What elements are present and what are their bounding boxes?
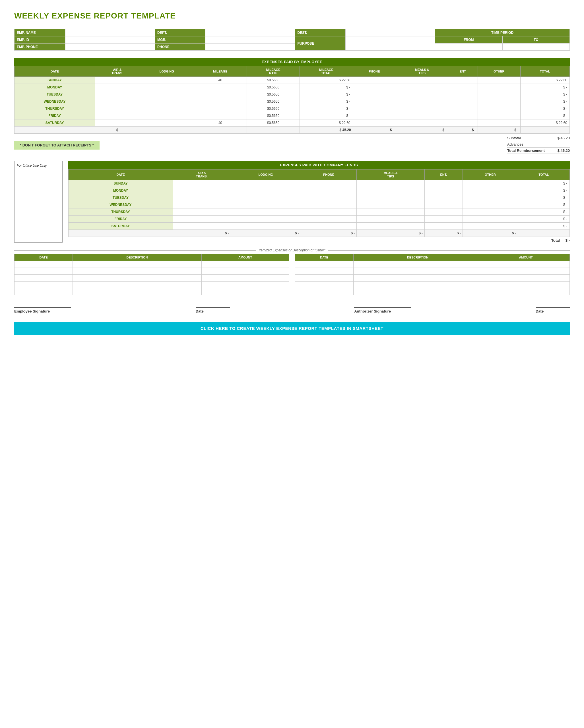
col-total: TOTAL [520, 66, 569, 77]
day-label: TUESDAY [15, 91, 95, 98]
phone-value[interactable] [205, 44, 295, 51]
day-label: MONDAY [69, 187, 173, 194]
item-right-row [295, 261, 570, 268]
cf-col-phone: PHONE [301, 170, 356, 180]
subtotal-label: Subtotal [507, 136, 521, 140]
table-row: TUESDAY $0.5650 $ - $ - [15, 91, 570, 98]
item-right-row [295, 288, 570, 295]
mgr-label: MGR. [155, 36, 205, 44]
col-ent: ENT. [448, 66, 478, 77]
subtotal-area: * DON'T FORGET TO ATTACH RECEIPTS * Subt… [14, 135, 570, 154]
item-right-row [295, 268, 570, 275]
emp-phone-value[interactable] [65, 44, 155, 51]
item-left-row [15, 275, 289, 282]
itemized-section: Itemized Expenses or Description of "Oth… [14, 248, 570, 295]
date1-line [196, 307, 230, 308]
cta-banner[interactable]: CLICK HERE TO CREATE WEEKLY EXPENSE REPO… [14, 322, 570, 335]
employee-sig-label: Employee Signature [14, 309, 50, 313]
col-mileage-total: MILEAGETOTAL [300, 66, 353, 77]
emp-id-value[interactable] [65, 36, 155, 44]
total-reimb-value: $ 45.20 [558, 149, 570, 153]
time-period-label: TIME PERIOD [435, 29, 570, 36]
item-left-amount-col: AMOUNT [201, 254, 289, 261]
company-total-label: Total [551, 238, 560, 242]
to-value[interactable] [502, 44, 569, 51]
itemized-line-left [14, 250, 256, 251]
item-left-date-col: DATE [15, 254, 73, 261]
cf-col-air: AIR &TRANS. [173, 170, 231, 180]
mgr-value[interactable] [205, 36, 295, 44]
col-date: DATE [15, 66, 95, 77]
col-air-trans: AIR &TRANS. [95, 66, 140, 77]
reminder-banner: * DON'T FORGET TO ATTACH RECEIPTS * [14, 141, 100, 150]
table-row: FRIDAY $ - [69, 215, 570, 223]
employee-sig-line [14, 307, 71, 308]
purpose-label: PURPOSE [295, 36, 345, 51]
emp-name-label: EMP. NAME [15, 29, 66, 36]
signature-section: Employee Signature Date Authorizer Signa… [14, 304, 570, 313]
total-reimb-label: Total Reimbursement [507, 149, 545, 153]
subtotal-row: Subtotal $ 45.20 [507, 135, 570, 141]
day-label: FRIDAY [15, 112, 95, 120]
company-total-row: Total $ - [68, 238, 570, 242]
item-right-row [295, 275, 570, 282]
table-row: FRIDAY $0.5650 $ - $ - [15, 112, 570, 120]
employee-expense-table: DATE AIR &TRANS. LODGING MILEAGE MILEAGE… [14, 66, 570, 134]
dept-label: DEPT. [155, 29, 205, 36]
authorizer-sig-label: Authorizer Signature [354, 309, 391, 313]
authorizer-sig-group: Authorizer Signature [354, 307, 411, 313]
purpose-value[interactable] [345, 36, 435, 51]
bottom-section: For Office Use Only EXPENSES PAID WITH C… [14, 161, 570, 242]
day-label: FRIDAY [69, 215, 173, 223]
emp-id-label: EMP. ID [15, 36, 66, 44]
dept-value[interactable] [205, 29, 295, 36]
day-label: WEDNESDAY [15, 98, 95, 105]
dest-value[interactable] [345, 29, 435, 36]
page-title: WEEKLY EXPENSE REPORT TEMPLATE [14, 11, 570, 21]
cf-col-lodging: LODGING [231, 170, 301, 180]
itemized-tables: DATE DESCRIPTION AMOUNT DATE DESCRIPTION… [14, 254, 570, 295]
item-left-row [15, 288, 289, 295]
col-mileage-rate: MILEAGERATE [247, 66, 300, 77]
item-left-row [15, 268, 289, 275]
info-table: EMP. NAME DEPT. DEST. TIME PERIOD EMP. I… [14, 29, 570, 51]
office-use-label: For Office Use Only [17, 163, 47, 167]
itemized-header-row: Itemized Expenses or Description of "Oth… [14, 248, 570, 252]
day-label: TUESDAY [69, 194, 173, 201]
date1-group: Date [196, 307, 230, 313]
day-label: MONDAY [15, 84, 95, 91]
company-expense-table: DATE AIR &TRANS. LODGING PHONE MEALS &TI… [68, 169, 570, 237]
table-row: WEDNESDAY $ - [69, 201, 570, 208]
table-row: WEDNESDAY $0.5650 $ - $ - [15, 98, 570, 105]
date2-label: Date [536, 309, 543, 313]
date2-group: Date [536, 307, 570, 313]
dest-label: DEST. [295, 29, 345, 36]
col-mileage: MILEAGE [194, 66, 247, 77]
cf-col-meals: MEALS &TIPS [357, 170, 425, 180]
itemized-left-table: DATE DESCRIPTION AMOUNT [14, 254, 289, 295]
table-row: SUNDAY 40 $0.5650 $ 22.60 $ 22.60 [15, 77, 570, 84]
advances-label: Advances [507, 142, 524, 147]
table-row: SATURDAY $ - [69, 223, 570, 230]
subtotal-value: $ 45.20 [558, 136, 570, 140]
table-row: THURSDAY $0.5650 $ - $ - [15, 105, 570, 112]
day-label: SATURDAY [69, 223, 173, 230]
reminder-col: * DON'T FORGET TO ATTACH RECEIPTS * [14, 135, 507, 150]
col-other: OTHER [478, 66, 520, 77]
cf-col-other: OTHER [462, 170, 518, 180]
item-right-amount-col: AMOUNT [482, 254, 570, 261]
day-label: SUNDAY [69, 180, 173, 187]
day-label: SATURDAY [15, 120, 95, 127]
emp-name-value[interactable] [65, 29, 155, 36]
table-row: MONDAY $ - [69, 187, 570, 194]
item-right-desc-col: DESCRIPTION [353, 254, 482, 261]
from-value[interactable] [435, 44, 502, 51]
table-row: TUESDAY $ - [69, 194, 570, 201]
item-left-desc-col: DESCRIPTION [73, 254, 202, 261]
itemized-right-table: DATE DESCRIPTION AMOUNT [295, 254, 570, 295]
col-lodging: LODGING [140, 66, 194, 77]
col-phone: PHONE [353, 66, 396, 77]
item-left-row [15, 282, 289, 288]
to-label: TO [502, 36, 569, 44]
item-right-row [295, 282, 570, 288]
